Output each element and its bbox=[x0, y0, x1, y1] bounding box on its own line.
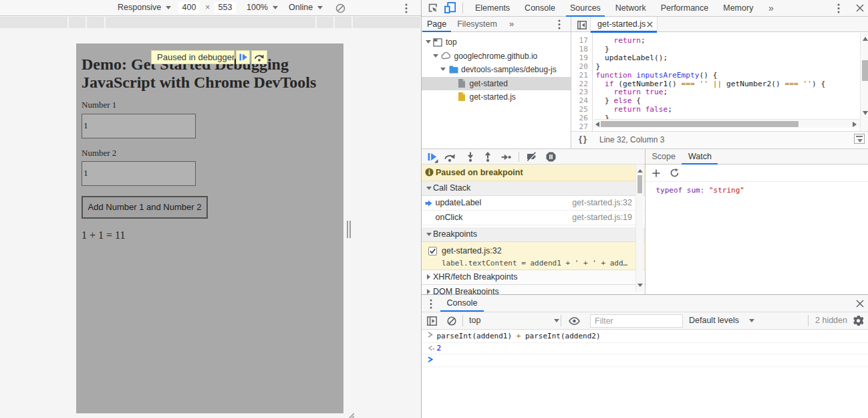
scroll-down-icon[interactable] bbox=[637, 284, 643, 287]
toggle-device-toolbar-icon[interactable] bbox=[444, 2, 456, 13]
number1-input[interactable] bbox=[82, 114, 196, 138]
editor-gutter[interactable]: 1718192021222324252627 bbox=[571, 33, 593, 131]
line-number[interactable]: 26 bbox=[579, 114, 588, 123]
scroll-down-icon[interactable] bbox=[863, 111, 868, 115]
drawer-tab-console[interactable]: Console bbox=[440, 295, 484, 312]
line-number[interactable]: 27 bbox=[579, 123, 588, 131]
console-row-prompt[interactable] bbox=[422, 354, 868, 367]
call-frame-updateLabel[interactable]: updateLabel get-started.js:32 bbox=[422, 196, 645, 211]
close-drawer-icon[interactable] bbox=[856, 300, 864, 308]
watch-expression[interactable]: typeof sum: "string" bbox=[656, 186, 744, 195]
tree-item-folder[interactable]: devtools-samples/debug-js bbox=[422, 63, 571, 77]
hide-navigator-icon[interactable] bbox=[577, 21, 587, 29]
tab-memory[interactable]: Memory bbox=[716, 0, 760, 17]
tree-item-get-started[interactable]: get-started bbox=[422, 77, 571, 91]
scrollbar-thumb[interactable] bbox=[601, 121, 799, 127]
tree-item-top[interactable]: top bbox=[422, 35, 571, 49]
line-number[interactable]: 19 bbox=[579, 54, 588, 63]
scroll-left-icon[interactable] bbox=[595, 122, 599, 127]
tab-elements[interactable]: Elements bbox=[468, 0, 517, 17]
tab-watch[interactable]: Watch bbox=[682, 149, 718, 164]
media-query-segment[interactable] bbox=[317, 17, 333, 28]
tree-item-get-started-js[interactable]: get-started.js bbox=[422, 90, 571, 104]
breakpoint-checkbox[interactable] bbox=[428, 247, 437, 255]
call-stack-section-header[interactable]: Call Stack bbox=[422, 181, 645, 196]
media-query-segment[interactable] bbox=[335, 17, 351, 28]
line-number[interactable]: 20 bbox=[579, 63, 588, 72]
media-query-segment[interactable] bbox=[0, 17, 67, 28]
frame-location-link[interactable]: get-started.js:32 bbox=[572, 196, 632, 210]
step-into-icon[interactable] bbox=[466, 152, 474, 162]
devtools-menu-icon[interactable] bbox=[837, 3, 840, 13]
file-tab-get-started-js[interactable]: get-started.js bbox=[590, 17, 658, 33]
line-number[interactable]: 21 bbox=[579, 72, 588, 80]
close-tab-icon[interactable] bbox=[647, 21, 653, 27]
resume-script-icon[interactable] bbox=[236, 50, 250, 64]
scrollbar-thumb[interactable] bbox=[862, 60, 868, 81]
editor-horizontal-scrollbar[interactable] bbox=[593, 119, 860, 128]
media-query-segment[interactable] bbox=[353, 17, 420, 28]
device-toolbar-menu-icon[interactable] bbox=[405, 3, 408, 13]
drawer-menu-icon[interactable] bbox=[430, 299, 432, 309]
expand-status-icon[interactable] bbox=[854, 134, 865, 144]
viewport-resize-handle-right[interactable] bbox=[347, 221, 351, 238]
media-query-segment[interactable] bbox=[69, 17, 86, 28]
refresh-watch-icon[interactable] bbox=[670, 169, 679, 177]
step-over-icon[interactable] bbox=[444, 153, 456, 162]
tab-console[interactable]: Console bbox=[517, 0, 563, 17]
scroll-right-icon[interactable] bbox=[853, 122, 857, 127]
media-query-bar[interactable] bbox=[0, 17, 421, 28]
line-number[interactable]: 25 bbox=[579, 106, 588, 114]
throttling-select[interactable]: Online bbox=[289, 0, 323, 15]
close-devtools-icon[interactable] bbox=[856, 4, 864, 12]
navigator-tab-page[interactable]: Page bbox=[422, 17, 451, 31]
viewport-resize-handle-corner[interactable] bbox=[347, 413, 354, 418]
console-filter-input[interactable] bbox=[590, 314, 683, 328]
rotate-icon[interactable] bbox=[335, 3, 345, 13]
add-numbers-button[interactable]: Add Number 1 and Number 2 bbox=[82, 196, 208, 219]
console-context-select[interactable]: top bbox=[469, 312, 480, 329]
more-tabs-icon[interactable]: » bbox=[768, 0, 774, 16]
pause-on-exceptions-icon[interactable] bbox=[546, 152, 556, 162]
deactivate-breakpoints-icon[interactable] bbox=[527, 152, 537, 162]
tab-performance[interactable]: Performance bbox=[654, 0, 716, 17]
navigator-menu-icon[interactable] bbox=[558, 19, 561, 29]
inspect-element-icon[interactable] bbox=[428, 3, 438, 13]
chevron-expanded-icon[interactable] bbox=[426, 40, 431, 43]
show-console-sidebar-icon[interactable] bbox=[427, 316, 437, 326]
pretty-print-icon[interactable]: {} bbox=[579, 134, 588, 144]
tab-scope[interactable]: Scope bbox=[645, 149, 682, 164]
console-log[interactable]: parseInt(addend1) + parseInt(addend2)2 bbox=[422, 330, 868, 367]
live-expression-eye-icon[interactable] bbox=[569, 317, 580, 325]
navigator-more-tabs-icon[interactable]: » bbox=[505, 17, 518, 31]
editor-vertical-scrollbar[interactable] bbox=[860, 33, 868, 119]
add-watch-expression-icon[interactable] bbox=[652, 169, 660, 177]
console-levels-select[interactable]: Default levels bbox=[689, 312, 739, 329]
number2-input[interactable] bbox=[82, 161, 196, 186]
scroll-up-icon[interactable] bbox=[637, 169, 643, 173]
debugger-scrollbar[interactable] bbox=[635, 165, 643, 292]
call-frame-onClick[interactable]: onClick get-started.js:19 bbox=[422, 211, 645, 225]
xhr-breakpoints-section-header[interactable]: XHR/fetch Breakpoints bbox=[422, 270, 645, 285]
step-over-icon[interactable] bbox=[251, 50, 267, 64]
breakpoint-entry[interactable]: get-started.js:32 label.textContent = ad… bbox=[422, 242, 645, 270]
navigator-tab-filesystem[interactable]: Filesystem bbox=[452, 17, 502, 31]
scrollbar-thumb[interactable] bbox=[637, 175, 642, 193]
zoom-select[interactable]: 100% bbox=[247, 0, 278, 15]
chevron-expanded-icon[interactable] bbox=[433, 54, 438, 58]
tab-sources[interactable]: Sources bbox=[563, 0, 608, 17]
breakpoints-section-header[interactable]: Breakpoints bbox=[422, 227, 645, 242]
tab-network[interactable]: Network bbox=[608, 0, 654, 17]
scroll-up-icon[interactable] bbox=[863, 37, 868, 41]
code-editor[interactable]: 1718192021222324252627 return; } updateL… bbox=[571, 33, 868, 131]
chevron-expanded-icon[interactable] bbox=[440, 68, 446, 71]
step-icon[interactable] bbox=[501, 154, 511, 161]
viewport-width-input[interactable] bbox=[178, 2, 200, 13]
media-query-segment[interactable] bbox=[106, 17, 315, 28]
clear-console-icon[interactable] bbox=[447, 316, 456, 326]
step-out-icon[interactable] bbox=[484, 152, 492, 162]
device-type-select[interactable]: Responsive bbox=[118, 0, 171, 15]
media-query-segment[interactable] bbox=[87, 17, 104, 28]
viewport-height-input[interactable] bbox=[214, 2, 236, 13]
frame-location-link[interactable]: get-started.js:19 bbox=[572, 211, 632, 225]
